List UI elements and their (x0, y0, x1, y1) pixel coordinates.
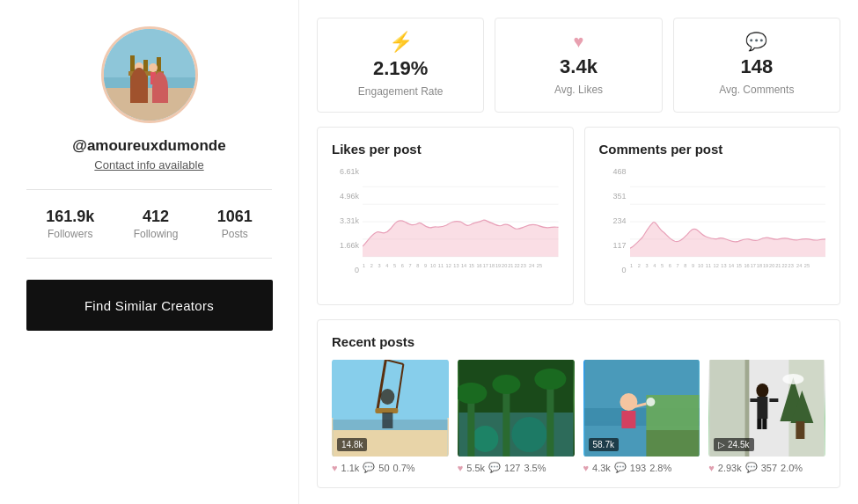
svg-rect-105 (796, 421, 805, 439)
bolt-icon: ⚡ (389, 33, 413, 52)
avg-likes-value: 3.4k (560, 55, 598, 78)
post-item-2: ♥ 5.5k 💬 127 3.5% (458, 360, 575, 473)
svg-text:21: 21 (508, 263, 513, 268)
post-3-stats: ♥ 4.3k 💬 193 2.8% (583, 462, 700, 473)
contact-link[interactable]: Contact info available (94, 158, 203, 172)
svg-text:23: 23 (521, 263, 526, 268)
post-1-likes: 1.1k (341, 463, 360, 473)
svg-text:5: 5 (660, 263, 663, 268)
find-creators-button[interactable]: Find Similar Creators (26, 280, 273, 331)
svg-rect-86 (546, 382, 554, 457)
likes-chart-title: Likes per post (332, 142, 559, 157)
post-3-likes: 4.3k (592, 463, 611, 473)
comment-bubble-icon: 💬 (745, 33, 767, 50)
likes-y-axis: 6.61k 4.96k 3.31k 1.66k 0 (332, 167, 363, 290)
avg-comments-value: 148 (740, 55, 773, 78)
post-3-comments: 193 (630, 463, 646, 473)
likes-y-1: 0 (355, 266, 359, 274)
main-layout: @amoureuxdumonde Contact info available … (0, 0, 858, 504)
comments-chart-area: 468 351 234 117 0 (599, 167, 826, 290)
posts-value: 1061 (217, 208, 253, 226)
right-panel: ⚡ 2.19% Engagement Rate ♥ 3.4k Avg. Like… (299, 0, 858, 504)
svg-text:6: 6 (668, 263, 671, 268)
likes-y-3: 3.31k (340, 216, 359, 225)
post-4-likes: 2.93k (718, 463, 742, 473)
avatar (101, 26, 198, 123)
avg-likes-label: Avg. Likes (554, 84, 603, 96)
svg-text:14: 14 (461, 263, 466, 268)
divider-2 (26, 258, 272, 259)
post-4-badge: ▷ 24.5k (714, 438, 753, 451)
comments-per-post-card: Comments per post 468 351 234 117 0 (584, 127, 841, 305)
post-1-badge: 14.8k (337, 438, 367, 451)
svg-text:10: 10 (430, 263, 436, 268)
likes-y-2: 1.66k (340, 241, 359, 250)
post-2-comments-icon: 💬 (488, 462, 501, 473)
svg-text:2: 2 (370, 263, 373, 268)
comments-svg-wrapper: 1 2 3 4 5 6 7 8 9 10 11 12 13 (630, 167, 826, 290)
post-item-3: 58.7k ♥ 4.3k 💬 193 2.8% (583, 360, 700, 473)
svg-text:16: 16 (744, 263, 749, 268)
svg-text:18: 18 (756, 263, 761, 268)
svg-text:1: 1 (630, 263, 633, 268)
comments-y-4: 351 (612, 192, 626, 201)
likes-chart-area: 6.61k 4.96k 3.31k 1.66k 0 (332, 167, 559, 290)
heart-icon: ♥ (574, 33, 584, 50)
svg-rect-8 (136, 71, 142, 84)
svg-text:25: 25 (537, 263, 542, 268)
post-thumbnail-1[interactable]: 14.8k (332, 360, 449, 457)
svg-text:2: 2 (637, 263, 640, 268)
post-1-stats: ♥ 1.1k 💬 50 0.7% (332, 462, 449, 473)
svg-text:13: 13 (453, 263, 458, 268)
svg-rect-94 (646, 430, 699, 457)
post-2-comments: 127 (504, 463, 520, 473)
post-3-heart-icon: ♥ (583, 463, 590, 473)
post-thumbnail-3[interactable]: 58.7k (583, 360, 700, 457)
post-1-comments: 50 (378, 463, 389, 473)
svg-point-83 (511, 417, 546, 452)
svg-text:16: 16 (477, 263, 482, 268)
svg-text:17: 17 (483, 263, 488, 268)
svg-rect-110 (770, 398, 779, 402)
svg-text:11: 11 (705, 263, 710, 268)
svg-point-106 (783, 374, 804, 384)
svg-text:20: 20 (502, 263, 507, 268)
svg-text:24: 24 (529, 263, 534, 268)
svg-rect-109 (751, 398, 759, 402)
post-1-heart-icon: ♥ (332, 463, 338, 473)
svg-text:9: 9 (424, 263, 427, 268)
followers-stat: 161.9k Followers (46, 208, 94, 240)
svg-text:18: 18 (489, 263, 495, 268)
post-thumbnail-4[interactable]: ▷ 24.5k (708, 360, 825, 457)
svg-text:12: 12 (446, 263, 451, 268)
svg-text:15: 15 (736, 263, 741, 268)
svg-text:19: 19 (495, 263, 501, 268)
svg-text:22: 22 (781, 263, 787, 268)
svg-text:8: 8 (684, 263, 686, 268)
svg-text:11: 11 (438, 263, 444, 268)
likes-svg-wrapper: 1 2 3 4 5 6 7 8 9 10 11 12 13 (363, 167, 559, 290)
post-thumbnail-2[interactable] (458, 360, 575, 457)
svg-text:7: 7 (676, 263, 678, 268)
svg-text:14: 14 (729, 263, 734, 268)
svg-point-89 (534, 369, 566, 390)
comments-chart-title: Comments per post (599, 142, 826, 157)
post-2-stats: ♥ 5.5k 💬 127 3.5% (458, 462, 575, 473)
svg-rect-10 (150, 72, 156, 84)
svg-text:1: 1 (363, 263, 365, 268)
svg-rect-6 (128, 71, 164, 76)
post-4-stats: ♥ 2.93k 💬 357 2.0% (708, 462, 825, 473)
posts-label: Posts (222, 228, 248, 240)
posts-stat: 1061 Posts (217, 208, 253, 240)
post-2-likes: 5.5k (466, 463, 485, 473)
likes-y-5: 6.61k (340, 167, 359, 176)
svg-text:4: 4 (653, 263, 656, 268)
avg-likes-card: ♥ 3.4k Avg. Likes (495, 18, 662, 113)
svg-text:20: 20 (769, 263, 774, 268)
svg-rect-84 (467, 395, 474, 457)
post-3-engagement: 2.8% (649, 463, 671, 473)
svg-rect-2 (104, 77, 195, 88)
comments-y-axis: 468 351 234 117 0 (599, 167, 630, 290)
svg-text:8: 8 (416, 263, 419, 268)
recent-posts-card: Recent posts (317, 319, 840, 488)
